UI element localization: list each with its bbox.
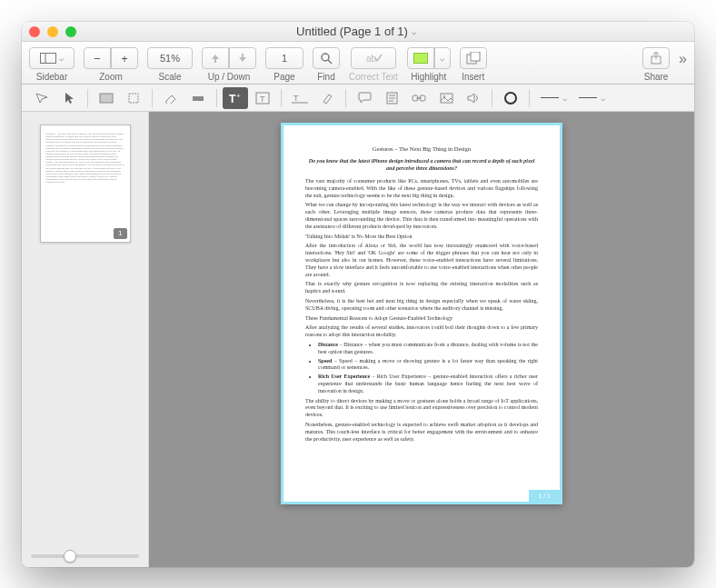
share-label: Share — [644, 72, 669, 82]
doc-heading: Three Fundamental Reasons to Adopt Gestu… — [305, 315, 538, 323]
zoom-out-button[interactable]: − — [84, 47, 111, 69]
doc-paragraph: That is exactly why gesture recognition … — [305, 281, 538, 295]
title-text: Untitled (Page 1 of 1) — [296, 25, 408, 38]
correct-text-button[interactable]: ab — [351, 47, 396, 69]
zoom-in-button[interactable]: + — [111, 47, 138, 69]
scale-label: Scale — [158, 72, 181, 82]
highlighter-tool[interactable] — [314, 87, 340, 109]
note-icon — [386, 92, 398, 105]
svg-rect-10 — [193, 96, 204, 101]
sound-tool[interactable] — [461, 87, 486, 109]
insert-button[interactable] — [460, 47, 487, 69]
note-tool[interactable] — [379, 87, 404, 109]
circle-icon — [504, 92, 517, 105]
correct-text-label: Correct Text — [349, 72, 398, 82]
highlight-label: Highlight — [411, 72, 446, 82]
doc-list: Distance – Distance – when you must comm… — [318, 342, 538, 395]
window-title[interactable]: Untitled (Page 1 of 1) ⌵ — [76, 25, 636, 38]
area-select-tool[interactable] — [94, 87, 119, 109]
doc-heading: 'Talking Into Midair' is No More the Bes… — [305, 234, 538, 241]
erase-tool[interactable] — [158, 87, 184, 109]
thumbnail-sidebar: Gestures – The Next Big Thing in Design.… — [22, 112, 149, 567]
highlight-button[interactable] — [407, 47, 434, 69]
line-text-tool[interactable]: T — [287, 87, 313, 109]
updown-label: Up / Down — [208, 72, 251, 82]
highlight-menu-button[interactable]: ⌵ — [434, 47, 451, 69]
line-icon — [541, 97, 559, 98]
svg-rect-6 — [471, 52, 480, 61]
area-icon — [99, 93, 114, 104]
text-box-icon: T — [255, 92, 270, 105]
speaker-icon — [467, 93, 480, 104]
chevron-down-icon: ⌵ — [59, 54, 64, 63]
text-plus-icon: T+ — [228, 92, 243, 105]
correct-text-icon: ab — [364, 52, 383, 65]
share-icon — [650, 52, 662, 65]
shape-color-tool[interactable] — [498, 87, 523, 109]
slider-knob[interactable] — [64, 550, 76, 563]
eraser-icon — [164, 93, 178, 104]
fullscreen-window-button[interactable] — [65, 26, 76, 37]
link-icon — [412, 94, 426, 103]
arrow-up-icon — [211, 53, 220, 64]
svg-point-2 — [322, 54, 329, 61]
share-button[interactable] — [642, 47, 670, 69]
scale-field[interactable]: 51% — [147, 47, 193, 69]
app-window: Untitled (Page 1 of 1) ⌵ ⌵ Sidebar − + Z… — [22, 22, 694, 567]
insert-label: Insert — [462, 72, 484, 82]
line-icon — [579, 97, 597, 98]
image-tool[interactable] — [433, 87, 459, 109]
svg-text:T: T — [229, 93, 236, 105]
underline-text-icon: T — [292, 93, 308, 104]
svg-text:+: + — [236, 92, 241, 100]
highlight-swatch — [413, 53, 428, 64]
pointer-tool[interactable] — [56, 87, 82, 109]
arrow-down-icon — [238, 53, 247, 64]
thumbnail-size-slider[interactable] — [31, 554, 139, 558]
insert-icon — [466, 52, 481, 65]
line-style-menu[interactable]: ⌵ — [535, 87, 572, 109]
doc-paragraph: The ability to direct devices by making … — [305, 398, 538, 419]
page-up-button[interactable] — [202, 47, 229, 69]
page-indicator: 1 / 1 — [529, 490, 560, 502]
chevron-down-icon: ⌵ — [412, 27, 416, 36]
doc-title: Gestures – The Next Big Thing in Design — [305, 145, 538, 153]
pointer-icon — [64, 92, 75, 105]
link-tool[interactable] — [406, 87, 432, 109]
chevron-down-icon: ⌵ — [601, 94, 605, 103]
crop-tool[interactable] — [121, 87, 146, 109]
doc-paragraph: After the introduction of Alexa or Siri,… — [305, 243, 538, 278]
redact-tool[interactable] — [185, 87, 211, 109]
doc-paragraph: Nevertheless, it is the best bet and nex… — [305, 298, 538, 313]
find-button[interactable] — [313, 47, 340, 69]
annotation-toolbar: T+ T T ⌵ ⌵ — [22, 85, 694, 112]
chevron-down-icon: ⌵ — [440, 54, 444, 63]
svg-line-3 — [328, 60, 332, 64]
doc-paragraph: What we can change by incorporating this… — [305, 202, 538, 230]
page-field[interactable]: 1 — [265, 47, 303, 69]
line-ending-menu[interactable]: ⌵ — [573, 87, 610, 109]
add-text-tool[interactable]: T+ — [223, 87, 248, 109]
close-window-button[interactable] — [29, 26, 40, 37]
doc-list-item: Rich User Experience – Rich User Experie… — [318, 374, 538, 394]
sidebar-toggle-button[interactable]: ⌵ — [29, 47, 75, 69]
doc-subtitle: Do you know that the latest iPhone desig… — [305, 158, 538, 173]
titlebar: Untitled (Page 1 of 1) ⌵ — [22, 22, 694, 42]
minimize-window-button[interactable] — [47, 26, 58, 37]
svg-rect-8 — [100, 94, 113, 103]
page-thumbnail[interactable]: Gestures – The Next Big Thing in Design.… — [40, 125, 131, 243]
text-box-tool[interactable]: T — [250, 87, 275, 109]
svg-rect-9 — [129, 94, 138, 103]
find-label: Find — [317, 72, 334, 82]
image-icon — [440, 93, 453, 104]
document-page[interactable]: Gestures – The Next Big Thing in Design … — [281, 123, 562, 504]
document-canvas[interactable]: Gestures – The Next Big Thing in Design … — [149, 112, 694, 567]
comment-tool[interactable] — [352, 87, 377, 109]
page-down-button[interactable] — [229, 47, 256, 69]
zoom-label: Zoom — [99, 72, 123, 82]
page-label: Page — [273, 72, 294, 82]
crop-icon — [127, 92, 140, 105]
overflow-button[interactable]: » — [679, 51, 687, 67]
svg-text:T: T — [260, 95, 265, 104]
text-select-tool[interactable] — [29, 87, 55, 109]
